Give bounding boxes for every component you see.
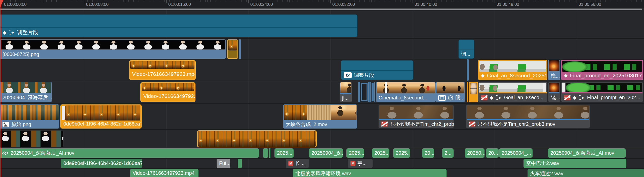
film-frame-icon [438,95,446,101]
clip-small-orange[interactable] [227,39,238,59]
clip-yuanshi[interactable]: 原始.png [0,104,59,129]
clip-filmstrip-left[interactable] [0,130,64,147]
audio-clip[interactable]: 20250904_... [499,148,533,158]
clip-video2[interactable]: Video-1761663497923.... [140,82,195,102]
clip-label: 0de9b0ef-1f96-46b4-862d-1d66ea7... [63,121,141,127]
clip-sliver[interactable] [361,83,368,101]
audio-clip-label: 20250904_深海幕后_AI.mov [550,150,614,156]
audio-clip-beiji[interactable]: 北极的寒风呼啸环境.wav [293,169,447,177]
audio-clip-label: Video-1761663497923.mp4 [133,170,195,176]
clip-tim2[interactable]: 只不过我不是Tim_chr2_prob3.mov [466,104,590,129]
clip-goal-top[interactable]: ◆ Goal_an_8second_20251... [478,60,547,80]
audio-clip-yu[interactable]: M 宇... [348,159,373,168]
clip-ji[interactable]: ji... [340,82,352,102]
audio-clip-label: 长... [295,160,305,167]
audio-clip[interactable]: 2... [442,148,454,158]
clip-filmstrip [340,82,351,93]
trim-marker[interactable] [385,82,387,93]
clip-sliver[interactable] [370,82,371,102]
track-separator [0,59,644,60]
audio-clip-huoche[interactable]: 火车通过2.wav [528,169,644,177]
audio-clip-uuid[interactable]: 0de9b0ef-1f96-46b4-862d-1d66ea7... [61,159,142,168]
offline-media-icon [564,95,571,100]
audio-clip[interactable]: 2025... [372,148,389,158]
clip-label: Video-1761663497923.... [143,93,195,99]
audio-clip[interactable] [269,148,270,158]
clip-filmstrip [436,82,464,93]
clip-goal-selected[interactable]: ◆ ✦✦✦ Goal_an_8seco... [478,82,547,102]
timecode-label: 01:00:08:00 [86,2,109,7]
clip-adjustment-large[interactable]: ◆ ✦✦✦ 调整片段 [0,14,357,37]
audio-clip-fut[interactable]: Fut... [217,159,230,168]
clip-color-strip [340,93,351,94]
clip-jing-top[interactable]: 镜... [548,60,560,80]
clip-adjustment-fx[interactable]: fx 调整片段 [341,60,413,80]
diamond-icon: ◆ [573,95,577,100]
clip-filmstrip [1,40,225,49]
clip-label: 镜... [551,94,560,101]
clip-png-sequence[interactable]: [0000-0725].png [0,39,226,59]
ruler-subtick [43,0,43,2]
audio-clip[interactable]: 20... [486,148,499,158]
audio-clip[interactable]: 2025... [274,148,294,158]
clip-sliver[interactable] [368,82,370,102]
timeline: 01:00:00:00 01:00:08:00 01:00:16:00 01:0… [0,0,644,177]
clip-daxiagu[interactable]: 大峡谷合成_2.mov [283,104,357,129]
sparkles-icon: ✦✦✦ [9,29,15,36]
clip-uuid-video[interactable]: 0de9b0ef-1f96-46b4-862d-1d66ea7... [60,104,142,129]
audio-clip[interactable]: 2025... [346,148,364,158]
mute-badge: M [288,161,293,166]
ruler-tick [413,0,413,3]
diamond-icon: ◆ [3,30,7,35]
audio-clip-label: 20250904_深海幕后_AI.mov [11,150,74,156]
audio-clip-shenhai-right[interactable]: 20250904_深海幕后_AI.mov [548,148,626,158]
clip-sliver[interactable] [467,59,469,81]
ruler-subtick [454,0,454,2]
sparkles-icon: ✦✦✦ [496,94,502,101]
clip-video1[interactable]: Video-1761663497923.mp4 [129,60,196,80]
clip-label: 原始.png [11,121,31,128]
ruler-tick [330,0,331,3]
audio-clip-shenhai-main[interactable]: 20250904_深海幕后_AI.mov [0,148,259,158]
audio-clip[interactable]: 20250... [465,148,485,158]
audio-clip[interactable] [238,159,242,168]
clip-sliver[interactable] [374,82,375,102]
ruler-tick [577,0,577,3]
clip-label: 镜... [551,73,560,79]
audio-clip[interactable]: 2025... [393,148,410,158]
clip-jing-selected[interactable]: 镜... [548,82,560,102]
clip-sliver[interactable] [239,39,241,59]
clip-label: Goal_an_8second_20251... [487,73,547,79]
clip-filmstrip-selected[interactable] [197,130,317,147]
audio-clip[interactable]: 20250904_深... [309,148,343,158]
clip-label: Final_prompt_en_2025103017... [570,73,643,79]
trim-handle[interactable] [543,83,546,92]
clip-cinematic[interactable]: Cinematic_8second... [376,82,436,102]
clip-shenhai[interactable]: 20250904_深海幕后_... [0,82,52,102]
clip-adjustment-small[interactable]: 调... [458,39,474,59]
clip-yan[interactable]: 眼... [436,82,465,102]
clip-sliver[interactable] [372,83,374,101]
clip-filmstrip [1,82,51,93]
gauge-icon [448,95,453,100]
clip-sliver[interactable] [358,82,360,102]
trim-handle[interactable] [62,106,65,120]
timecode-label: 01:00:56:00 [579,2,601,7]
playhead-line[interactable] [1,0,1,177]
audio-clip-video[interactable]: Video-1761663497923.mp4 [130,169,198,177]
clip-final-selected[interactable]: ◆ ✦✦✦ Final_prompt_en_202... [561,82,643,102]
clip-face-small[interactable] [469,82,478,102]
horizontal-scrollbar[interactable] [0,9,642,10]
audio-clip[interactable]: 20... [422,148,434,158]
audio-clip-chang[interactable]: M 长... [286,159,309,168]
ruler-tick [166,0,167,3]
trim-handle[interactable] [562,83,565,92]
clip-sliver[interactable] [467,82,468,102]
clip-tim1[interactable]: 只不过我不是Tim_chr2_prob... [378,104,454,129]
ruler-subtick [371,0,372,2]
audio-clip[interactable] [263,148,268,158]
audio-clip-label: 20... [488,150,498,156]
audio-clip-kongzhong[interactable]: 空中巴士2.wav [524,159,626,168]
clip-final-top[interactable]: ◆ Final_prompt_en_2025103017... [561,60,643,80]
timecode-ruler[interactable]: 01:00:00:00 01:00:08:00 01:00:16:00 01:0… [0,0,644,8]
